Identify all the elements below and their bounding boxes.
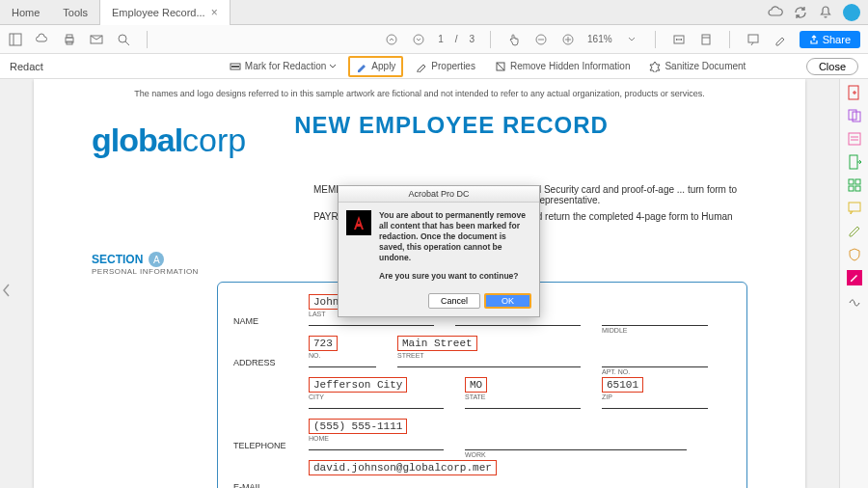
svg-rect-33 [855,186,860,191]
apply-icon [356,61,367,72]
cloud-save-icon[interactable] [35,32,50,47]
tab-tools[interactable]: Tools [51,0,99,25]
highlight-icon[interactable] [773,32,788,47]
field-zip[interactable]: 65101 [602,377,643,393]
annotate-icon[interactable] [746,32,761,47]
ok-button[interactable]: OK [484,293,531,309]
hand-icon[interactable] [506,32,522,47]
comment-icon[interactable] [847,201,862,216]
svg-rect-30 [849,179,854,184]
page-title: NEW EMPLOYEE RECORD [294,112,747,139]
app-tabs: Home Tools Employee Record... × [0,0,868,25]
close-tab-icon[interactable]: × [211,0,218,25]
mark-icon [230,61,241,72]
field-phone-home[interactable]: (555) 555-1111 [309,419,407,434]
svg-rect-18 [748,35,758,42]
svg-point-9 [414,35,423,44]
svg-line-22 [497,63,504,70]
export-pdf-icon[interactable] [847,154,862,170]
field-address-no[interactable]: 723 [309,336,338,351]
apply-redaction-button[interactable]: Apply [348,56,403,77]
company-logo: globalcorp [92,122,246,159]
remove-icon [495,61,506,72]
svg-rect-32 [849,186,854,191]
close-redact-button[interactable]: Close [806,58,858,75]
refresh-icon[interactable] [793,5,808,20]
edit-pdf-icon[interactable] [847,131,862,147]
mark-redaction-button[interactable]: Mark for Redaction [223,57,342,76]
tab-document[interactable]: Employee Record... × [99,0,231,25]
page-total: 3 [470,34,475,44]
right-tools-rail [839,79,868,488]
organize-icon[interactable] [847,177,862,193]
fit-page-icon[interactable] [698,32,714,47]
tab-document-label: Employee Record... [112,0,205,25]
print-icon[interactable] [62,32,77,47]
field-city[interactable]: Jefferson City [309,377,407,393]
section-subtitle: PERSONAL INFORMATION [92,267,217,276]
acrobat-icon [346,210,371,235]
sidebar-icon[interactable] [8,32,23,47]
field-street[interactable]: Main Street [397,336,477,351]
zoom-out-icon[interactable] [533,32,549,47]
field-email[interactable]: david.johnson@globalcorp.mer [309,460,497,475]
properties-button[interactable]: Properties [409,57,482,76]
cloud-icon[interactable] [768,5,783,20]
svg-rect-3 [67,35,72,38]
chevron-down-icon [330,64,336,69]
svg-rect-26 [849,133,860,145]
svg-rect-16 [702,35,710,44]
cancel-button[interactable]: Cancel [428,293,480,309]
section-label: SECTION [92,253,143,266]
zoom-in-icon[interactable] [560,32,576,47]
share-icon [809,35,819,44]
protect-icon[interactable] [847,247,862,262]
svg-point-6 [119,35,126,42]
svg-rect-0 [10,34,21,45]
properties-icon [416,61,427,72]
sanitize-button[interactable]: Sanitize Document [642,57,752,76]
chevron-down-icon[interactable] [624,32,639,47]
redact-label: Redact [10,61,43,72]
main-toolbar: 1 / 3 161% Share [0,25,868,54]
page-up-icon[interactable] [384,32,399,47]
svg-rect-31 [855,179,860,184]
share-button[interactable]: Share [800,31,860,48]
fill-sign-icon[interactable] [847,224,862,239]
sanitize-icon [649,61,661,72]
field-state[interactable]: MO [465,377,487,393]
avatar[interactable] [843,4,860,21]
svg-rect-20 [231,66,239,68]
zoom-value[interactable]: 161% [587,34,612,44]
redact-toolbar: Redact Mark for Redaction Apply Properti… [0,54,868,79]
tab-home[interactable]: Home [0,0,51,25]
create-pdf-icon[interactable] [847,85,862,100]
section-letter: A [149,252,164,267]
disclaimer-text: The names and logo designs referred to i… [92,89,747,98]
dialog-question: Are you sure you want to continue? [379,271,519,281]
page-down-icon[interactable] [411,32,426,47]
svg-point-8 [387,35,396,44]
dialog-msg: You are about to permanently remove all … [379,210,526,262]
confirm-dialog: Acrobat Pro DC You are about to permanen… [338,185,540,317]
combine-icon[interactable] [847,108,862,123]
page-current[interactable]: 1 [438,34,444,44]
page-sep: / [455,34,458,44]
search-icon[interactable] [116,32,131,47]
remove-hidden-button[interactable]: Remove Hidden Information [488,57,637,76]
dialog-title: Acrobat Pro DC [339,186,539,203]
svg-line-7 [125,41,129,45]
svg-rect-29 [850,155,857,169]
svg-rect-34 [849,203,860,211]
mail-icon[interactable] [89,32,104,47]
fit-width-icon[interactable] [671,32,687,47]
redact-tool-icon[interactable] [847,270,862,285]
bell-icon[interactable] [818,5,833,20]
more-tools-icon[interactable] [847,293,862,309]
